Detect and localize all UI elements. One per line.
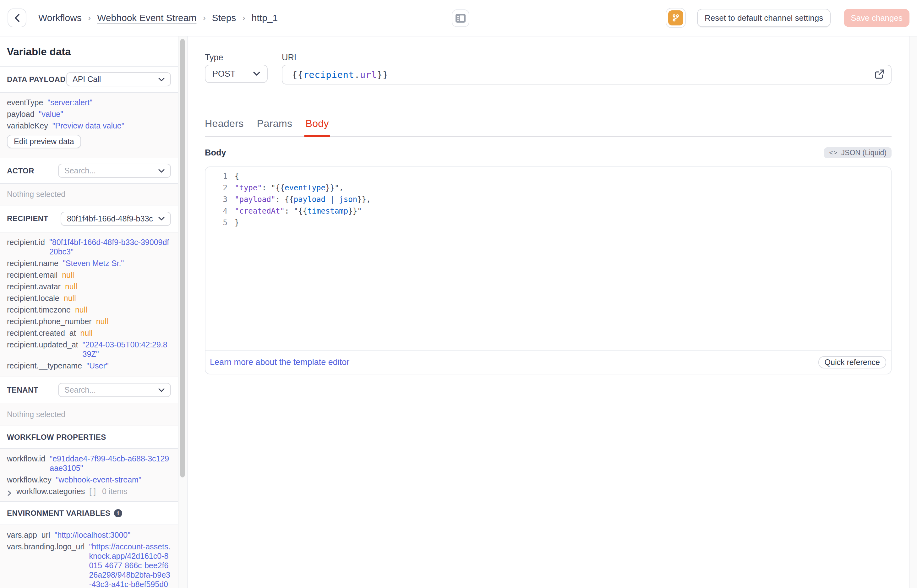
line-number: 5 [205, 217, 228, 229]
data-payload-select[interactable]: API Call [66, 72, 171, 86]
chevron-right-icon[interactable] [7, 488, 12, 498]
actor-empty-state: Nothing selected [0, 184, 178, 205]
kv-key: recipient.email [7, 270, 58, 279]
variable-data-sidebar: Variable data DATA PAYLOAD API Call even… [0, 36, 178, 588]
back-button[interactable] [8, 8, 26, 27]
kv-value: "http://localhost:3000" [55, 530, 131, 540]
kv-row: recipient.localenull [7, 293, 171, 303]
url-label: URL [282, 53, 891, 63]
reset-channel-settings-button[interactable]: Reset to default channel settings [697, 9, 831, 27]
kv-row: recipient.updated_at"2024-03-05T00:42:29… [7, 340, 171, 359]
code-icon: <> [829, 149, 838, 157]
workflow-values-section: workflow.id"e91ddae4-7f99-45cb-a688-3c12… [0, 449, 178, 502]
kv-value: null [75, 305, 87, 314]
kv-value: "value" [39, 109, 63, 119]
breadcrumb-workflows[interactable]: Workflows [38, 13, 82, 23]
type-field: Type POST [205, 53, 268, 84]
kv-value: null [62, 270, 74, 279]
code-line: 2"type": "{{eventType}}", [205, 182, 891, 194]
tenant-label: TENANT [7, 386, 38, 394]
kv-row: workflow.categories[ ]0 items [7, 486, 171, 498]
recipient-row: RECIPIENT 80f1f4bf-166d-48f9-b33c [0, 205, 178, 233]
chevron-down-icon [158, 169, 165, 173]
line-number: 4 [205, 205, 228, 217]
url-field: URL {{recipient.url}} [282, 53, 891, 84]
tenant-select[interactable]: Search... [58, 383, 171, 397]
code-editor[interactable]: 1{2"type": "{{eventType}}",3"payload": {… [205, 167, 891, 351]
edit-preview-data-button[interactable]: Edit preview data [7, 135, 81, 148]
breadcrumb-webhook-event-stream[interactable]: Webhook Event Stream [97, 13, 196, 23]
breadcrumb-steps[interactable]: Steps [212, 13, 236, 23]
editor-footer: Learn more about the template editor Qui… [205, 351, 891, 374]
actor-row: ACTOR Search... [0, 158, 178, 184]
chevron-down-icon [253, 72, 260, 76]
tab-headers[interactable]: Headers [205, 118, 244, 136]
kv-key: vars.branding.logo_url [7, 542, 84, 551]
kv-row: recipient.emailnull [7, 270, 171, 279]
external-link-icon[interactable] [875, 69, 885, 81]
git-branch-icon [672, 14, 680, 22]
code-line: 1{ [205, 171, 891, 182]
commit-button[interactable] [666, 8, 686, 28]
kv-key: recipient.created_at [7, 328, 76, 338]
tenant-row: TENANT Search... [0, 377, 178, 403]
save-changes-button[interactable]: Save changes [844, 9, 909, 27]
sidebar-toggle-button[interactable] [452, 10, 469, 27]
chevron-left-icon [14, 14, 20, 22]
kv-key: vars.app_url [7, 530, 50, 540]
panel-layout-icon [455, 14, 466, 23]
body-template-editor: 1{2"type": "{{eventType}}",3"payload": {… [205, 166, 891, 375]
actor-label: ACTOR [7, 166, 34, 175]
main-scrollbar-track[interactable] [909, 36, 917, 588]
kv-value: "e91ddae4-7f99-45cb-a688-3c129aae3105" [50, 454, 171, 473]
breadcrumb-separator: › [242, 13, 245, 23]
kv-key: workflow.id [7, 454, 45, 463]
kv-value: "User" [86, 361, 109, 370]
environment-values-section: vars.app_url"http://localhost:3000"vars.… [0, 525, 178, 588]
kv-row: payload"value" [7, 109, 171, 119]
kv-key: eventType [7, 98, 43, 107]
kv-row: recipient.phone_numbernull [7, 317, 171, 326]
kv-key: recipient.name [7, 258, 58, 268]
quick-reference-button[interactable]: Quick reference [819, 356, 886, 368]
kv-key: recipient.__typename [7, 361, 82, 370]
kv-row: workflow.key"webhook-event-stream" [7, 475, 171, 485]
kv-value: "2024-03-05T00:42:29.839Z" [82, 340, 171, 359]
recipient-label: RECIPIENT [7, 214, 48, 223]
breadcrumb-separator: › [203, 13, 205, 23]
kv-row: recipient.__typename"User" [7, 361, 171, 370]
kv-value: "Preview data value" [52, 121, 124, 130]
sidebar-scrollbar-thumb[interactable] [180, 39, 185, 477]
brand-badge [668, 10, 683, 26]
workflow-properties-header: WORKFLOW PROPERTIES [0, 426, 178, 449]
tenant-empty-state: Nothing selected [0, 403, 178, 426]
kv-value: null [81, 328, 93, 338]
code-line: 5} [205, 217, 891, 229]
tab-body[interactable]: Body [305, 118, 329, 136]
info-icon[interactable]: i [114, 509, 122, 517]
breadcrumb-separator: › [88, 13, 91, 23]
chevron-down-icon [158, 78, 165, 81]
sidebar-scrollbar[interactable] [178, 36, 187, 588]
header-actions: Reset to default channel settings Save c… [666, 8, 909, 28]
actor-select[interactable]: Search... [58, 164, 171, 178]
environment-variables-header: ENVIRONMENT VARIABLES i [0, 502, 178, 525]
tab-params[interactable]: Params [257, 118, 292, 136]
request-tabs: Headers Params Body [205, 118, 891, 137]
kv-value: "80f1f4bf-166d-48f9-b33c-39009df20bc3" [49, 237, 171, 256]
kv-key: recipient.timezone [7, 305, 71, 314]
kv-row: recipient.created_atnull [7, 328, 171, 338]
chevron-down-icon [158, 217, 165, 221]
kv-row: recipient.avatarnull [7, 282, 171, 291]
url-input[interactable]: {{recipient.url}} [282, 65, 891, 84]
empty-array-brackets: [ ] [89, 486, 96, 496]
type-label: Type [205, 53, 268, 63]
method-select[interactable]: POST [205, 65, 268, 83]
kv-value: "server:alert" [47, 98, 92, 107]
code-line: 4"createdAt": "{{timestamp}}" [205, 205, 891, 217]
body-section-label: Body [205, 148, 226, 158]
template-editor-docs-link[interactable]: Learn more about the template editor [210, 357, 349, 367]
kv-row: workflow.id"e91ddae4-7f99-45cb-a688-3c12… [7, 454, 171, 473]
recipient-select[interactable]: 80f1f4bf-166d-48f9-b33c [61, 212, 171, 226]
kv-value: null [64, 293, 76, 303]
